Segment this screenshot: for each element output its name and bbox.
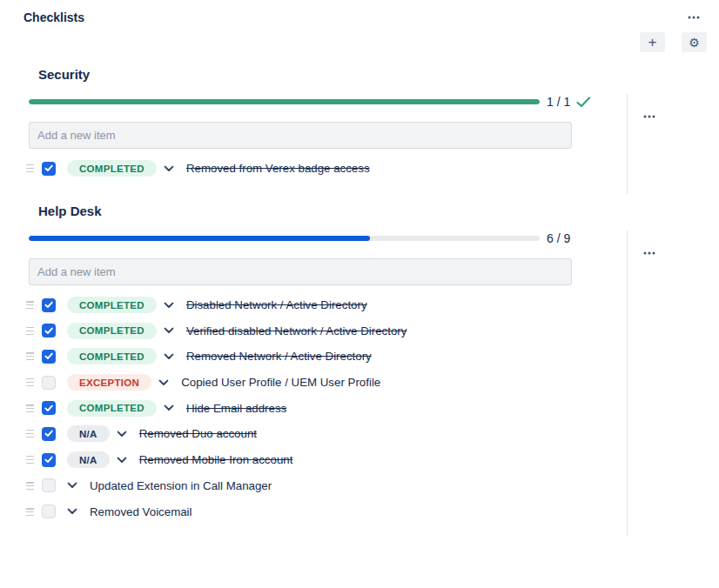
progress-fill	[29, 236, 370, 241]
item-checkbox[interactable]	[42, 350, 56, 364]
page-title: Checklists	[24, 10, 84, 24]
drag-handle-icon[interactable]	[26, 327, 34, 335]
gear-icon: ⚙	[689, 37, 700, 49]
section-side-rail	[627, 94, 679, 194]
section-more-button[interactable]	[641, 249, 658, 257]
drag-handle-icon[interactable]	[26, 378, 34, 386]
add-item-input[interactable]	[29, 258, 572, 285]
drag-handle-icon[interactable]	[26, 508, 34, 516]
drag-handle-icon[interactable]	[26, 430, 34, 438]
status-badge[interactable]: N/A	[67, 425, 110, 442]
ellipsis-icon	[688, 9, 700, 22]
checklist-item: COMPLETED Disabled Network / Active Dire…	[29, 292, 627, 318]
check-icon	[44, 327, 53, 335]
ellipsis-icon	[643, 244, 655, 257]
progress-fill	[29, 99, 540, 104]
checklist-section: Help Desk 6 / 9 COMPLETED Disabled Netwo…	[0, 204, 719, 537]
section-body: 1 / 1 COMPLETED Removed from Verex badge…	[0, 94, 719, 194]
checklist-item: COMPLETED Removed from Verex badge acces…	[29, 156, 627, 182]
item-text[interactable]: Removed Duo account	[139, 427, 257, 440]
chevron-down-icon[interactable]	[164, 165, 174, 172]
progress-row: 6 / 9	[29, 231, 627, 246]
item-checkbox[interactable]	[42, 504, 56, 518]
checklist-item: COMPLETED Hide Email address	[29, 395, 627, 421]
chevron-down-icon[interactable]	[158, 379, 169, 386]
section-main: 6 / 9 COMPLETED Disabled Network / Activ…	[0, 231, 627, 537]
item-text[interactable]: Disabled Network / Active Directory	[186, 298, 367, 311]
item-checkbox[interactable]	[42, 427, 56, 441]
checklist-item: N/A Removed Duo account	[29, 421, 627, 447]
drag-handle-icon[interactable]	[26, 404, 34, 412]
status-badge[interactable]: COMPLETED	[67, 348, 157, 364]
item-checkbox[interactable]	[42, 376, 56, 390]
panel-more-button[interactable]	[685, 13, 702, 22]
checklist-item: Removed Voicemail	[29, 498, 627, 525]
drag-handle-icon[interactable]	[26, 164, 34, 172]
plus-icon: +	[648, 35, 657, 50]
section-more-button[interactable]	[641, 112, 658, 121]
chevron-down-icon[interactable]	[67, 508, 77, 515]
check-icon	[44, 164, 53, 172]
section-title: Help Desk	[38, 204, 719, 218]
progress-row: 1 / 1	[29, 94, 627, 110]
checklist-item: COMPLETED Removed Network / Active Direc…	[29, 344, 627, 370]
chevron-down-icon[interactable]	[164, 302, 174, 309]
item-checkbox[interactable]	[42, 324, 56, 337]
status-badge[interactable]: COMPLETED	[67, 323, 157, 339]
item-text[interactable]: Removed Network / Active Directory	[186, 350, 372, 363]
status-badge[interactable]: N/A	[67, 451, 110, 468]
item-list: COMPLETED Removed from Verex badge acces…	[29, 156, 627, 182]
add-checklist-button[interactable]: +	[640, 32, 665, 52]
chevron-down-icon[interactable]	[117, 457, 127, 464]
item-checkbox[interactable]	[42, 162, 56, 176]
settings-button[interactable]: ⚙	[682, 32, 707, 52]
check-icon	[44, 456, 53, 464]
progress-track	[29, 99, 540, 104]
check-icon	[44, 404, 53, 412]
checklists-panel: Checklists + ⚙ Security 1 / 1	[0, 0, 719, 588]
progress-track	[29, 236, 540, 241]
chevron-down-icon[interactable]	[117, 431, 127, 438]
chevron-down-icon[interactable]	[164, 404, 174, 411]
item-list: COMPLETED Disabled Network / Active Dire…	[29, 292, 627, 525]
drag-handle-icon[interactable]	[26, 301, 34, 309]
item-text[interactable]: Copied User Profile / UEM User Profile	[181, 376, 380, 389]
item-text[interactable]: Updated Extension in Call Manager	[90, 479, 272, 492]
drag-handle-icon[interactable]	[26, 456, 34, 464]
item-checkbox[interactable]	[42, 453, 56, 467]
check-icon	[44, 352, 53, 360]
checklist-item: Updated Extension in Call Manager	[29, 473, 627, 499]
chevron-down-icon[interactable]	[67, 482, 77, 489]
section-side-rail	[627, 231, 679, 537]
checklist-item: EXCEPTION Copied User Profile / UEM User…	[29, 370, 627, 396]
section-title: Security	[38, 67, 719, 82]
check-icon	[44, 430, 53, 438]
status-badge[interactable]: EXCEPTION	[67, 374, 151, 391]
chevron-down-icon[interactable]	[164, 327, 174, 334]
progress-label: 6 / 9	[547, 231, 570, 245]
item-text[interactable]: Hide Email address	[186, 402, 286, 415]
section-body: 6 / 9 COMPLETED Disabled Network / Activ…	[0, 231, 719, 537]
sections: Security 1 / 1 COMPLETED	[0, 67, 719, 537]
panel-header: Checklists	[0, 0, 719, 24]
panel-toolbar: + ⚙	[0, 32, 719, 52]
add-item-input[interactable]	[29, 122, 572, 149]
item-text[interactable]: Removed Voicemail	[90, 505, 192, 518]
chevron-down-icon[interactable]	[164, 353, 174, 360]
status-badge[interactable]: COMPLETED	[67, 297, 157, 313]
status-badge[interactable]: COMPLETED	[67, 160, 157, 177]
checklist-section: Security 1 / 1 COMPLETED	[0, 67, 719, 194]
checklist-item: N/A Removed Mobile Iron account	[29, 447, 627, 473]
item-checkbox[interactable]	[42, 401, 56, 415]
item-checkbox[interactable]	[42, 298, 56, 312]
status-badge[interactable]: COMPLETED	[67, 400, 157, 417]
progress-label: 1 / 1	[547, 95, 570, 109]
item-text[interactable]: Verified disabled Network / Active Direc…	[186, 324, 407, 337]
section-main: 1 / 1 COMPLETED Removed from Verex badge…	[0, 94, 627, 194]
item-text[interactable]: Removed Mobile Iron account	[139, 453, 293, 466]
item-checkbox[interactable]	[42, 478, 56, 492]
item-text[interactable]: Removed from Verex badge access	[186, 162, 370, 175]
drag-handle-icon[interactable]	[26, 352, 34, 360]
check-icon	[44, 301, 53, 309]
drag-handle-icon[interactable]	[26, 482, 34, 490]
